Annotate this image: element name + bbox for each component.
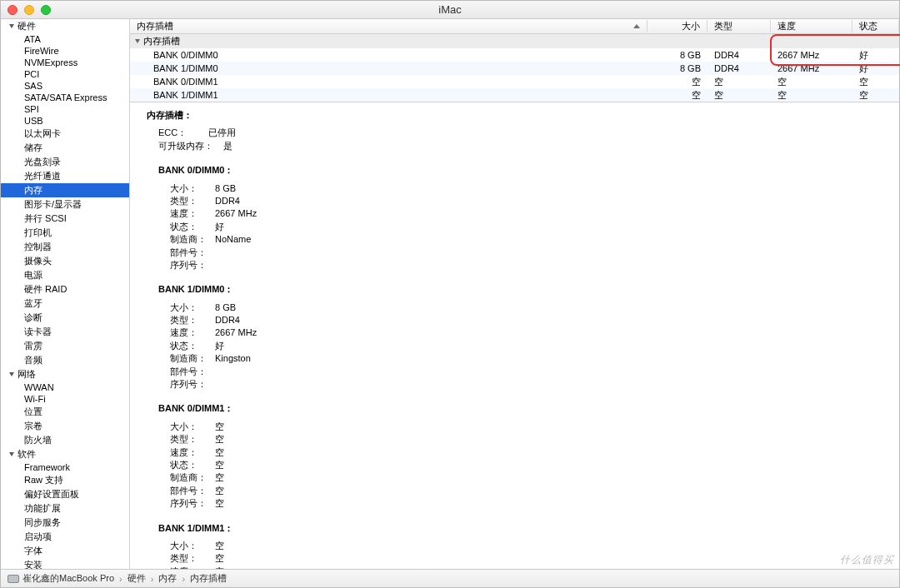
bank-kv-label: 大小： — [170, 301, 215, 314]
sidebar-item[interactable]: 位置 — [1, 405, 129, 419]
sidebar-item[interactable]: 音频 — [1, 353, 129, 367]
table-row[interactable]: BANK 0/DIMM08 GBDDR42667 MHz好 — [130, 48, 899, 62]
sidebar-group-label: 软件 — [18, 448, 36, 461]
sidebar-item[interactable]: Raw 支持 — [1, 473, 129, 487]
bank-kv-label: 类型： — [170, 195, 215, 207]
disclosure-triangle-icon — [9, 452, 14, 456]
sidebar-group-header[interactable]: 软件 — [1, 447, 129, 461]
upgrade-row: 可升级内存： 是 — [158, 140, 882, 152]
bank-block: BANK 0/DIMM0：大小：8 GB类型：DDR4速度：2667 MHz状态… — [158, 164, 882, 272]
sidebar-item[interactable]: WWAN — [1, 381, 129, 393]
sidebar-item[interactable]: SAS — [1, 80, 129, 92]
col-status[interactable]: 状态 — [852, 20, 899, 32]
sidebar-item[interactable]: 打印机 — [1, 226, 129, 240]
sidebar-item[interactable]: 光纤通道 — [1, 169, 129, 183]
bank-kv-value: 8 GB — [215, 182, 236, 195]
detail-title: 内存插槽： — [147, 109, 882, 122]
bank-kv-label: 速度： — [170, 326, 215, 339]
sidebar-item[interactable]: 功能扩展 — [1, 501, 129, 516]
sidebar-item[interactable]: 硬件 RAID — [1, 282, 129, 296]
cell-size: 空 — [648, 89, 708, 102]
disclosure-triangle-icon — [9, 372, 14, 376]
table-row[interactable]: BANK 0/DIMM1空空空空 — [130, 75, 899, 88]
bank-kv-row: 大小：空 — [170, 421, 882, 433]
bank-kv-value: 好 — [215, 221, 224, 233]
sidebar-item[interactable]: 雷雳 — [1, 339, 129, 353]
sidebar-item[interactable]: 控制器 — [1, 240, 129, 254]
sidebar-item[interactable]: 内存 — [1, 183, 129, 197]
bank-block: BANK 1/DIMM0：大小：8 GB类型：DDR4速度：2667 MHz状态… — [158, 283, 882, 391]
breadcrumb-item[interactable]: 内存插槽 — [190, 572, 227, 585]
bank-kv-row: 制造商：空 — [170, 471, 882, 484]
col-size[interactable]: 大小 — [648, 20, 708, 32]
bank-kv-row: 序列号： — [170, 259, 882, 272]
sidebar-item[interactable]: 光盘刻录 — [1, 155, 129, 169]
table-row[interactable]: BANK 1/DIMM08 GBDDR42667 MHz好 — [130, 62, 899, 75]
col-name[interactable]: 内存插槽 — [130, 20, 648, 32]
sidebar-item[interactable]: 以太网卡 — [1, 127, 129, 141]
bank-kv-row: 类型：DDR4 — [170, 195, 882, 207]
bank-kv-row: 大小：8 GB — [170, 182, 882, 195]
table-row[interactable]: BANK 1/DIMM1空空空空 — [130, 88, 899, 102]
sidebar-item[interactable]: ATA — [1, 33, 129, 45]
sidebar-item[interactable]: PCI — [1, 68, 129, 80]
zoom-icon[interactable] — [41, 5, 51, 15]
table-group-row[interactable]: 内存插槽 — [130, 34, 899, 48]
traffic-lights — [1, 5, 51, 15]
sidebar-item[interactable]: NVMExpress — [1, 57, 129, 68]
sidebar-item[interactable]: 诊断 — [1, 311, 129, 325]
bank-kv-label: 序列号： — [170, 378, 215, 391]
sidebar[interactable]: 硬件ATAFireWireNVMExpressPCISASSATA/SATA E… — [1, 19, 130, 569]
detail-pane[interactable]: 内存插槽： ECC： 已停用 可升级内存： 是 BANK 0/DIMM0：大小：… — [130, 102, 899, 569]
sidebar-item[interactable]: SATA/SATA Express — [1, 92, 129, 103]
bank-kv-value: 空 — [215, 433, 224, 446]
window-title: iMac — [438, 3, 461, 16]
minimize-icon[interactable] — [24, 5, 34, 15]
bank-kv-label: 部件号： — [170, 485, 215, 497]
sidebar-item[interactable]: 防火墙 — [1, 433, 129, 447]
table-header-row: 内存插槽 大小 类型 速度 状态 — [130, 19, 899, 34]
bank-kv-label: 速度： — [170, 446, 215, 459]
col-type[interactable]: 类型 — [708, 20, 771, 32]
breadcrumb-item[interactable]: 崔化鑫的MacBook Pro — [22, 572, 114, 585]
sidebar-item[interactable]: 启动项 — [1, 530, 129, 544]
bank-kv-label: 状态： — [170, 340, 215, 352]
cell-type: DDR4 — [708, 50, 771, 60]
sidebar-item[interactable]: 图形卡/显示器 — [1, 197, 129, 212]
sidebar-item[interactable]: 宗卷 — [1, 419, 129, 433]
upgrade-value: 是 — [223, 140, 232, 152]
bank-kv-label: 类型： — [170, 433, 215, 446]
bank-kv-row: 大小：空 — [170, 540, 882, 552]
cell-size: 8 GB — [648, 63, 708, 73]
sidebar-item[interactable]: 读卡器 — [1, 325, 129, 339]
bank-kv-row: 序列号：空 — [170, 497, 882, 510]
sidebar-item[interactable]: USB — [1, 115, 129, 127]
sidebar-group-header[interactable]: 硬件 — [1, 19, 129, 33]
sidebar-group-label: 硬件 — [18, 20, 36, 32]
sidebar-item[interactable]: 蓝牙 — [1, 296, 129, 311]
bank-kv-label: 大小： — [170, 540, 215, 552]
sidebar-item[interactable]: Framework — [1, 461, 129, 473]
bank-block: BANK 1/DIMM1：大小：空类型：空速度：空状态：空制造商：空部件号：空序… — [158, 522, 882, 569]
close-icon[interactable] — [8, 5, 18, 15]
sidebar-item[interactable]: 储存 — [1, 141, 129, 155]
ecc-label: ECC： — [158, 127, 208, 139]
cell-name: BANK 0/DIMM1 — [130, 77, 648, 87]
sidebar-item[interactable]: 安装 — [1, 558, 129, 569]
col-speed[interactable]: 速度 — [771, 20, 852, 32]
bank-kv-value: DDR4 — [215, 314, 240, 326]
sidebar-item[interactable]: 同步服务 — [1, 516, 129, 530]
sidebar-item[interactable]: 字体 — [1, 544, 129, 558]
sidebar-item[interactable]: 电源 — [1, 268, 129, 282]
breadcrumb-item[interactable]: 内存 — [158, 572, 177, 585]
breadcrumb-item[interactable]: 硬件 — [128, 572, 146, 585]
sidebar-item[interactable]: 并行 SCSI — [1, 212, 129, 226]
sidebar-item[interactable]: 摄像头 — [1, 254, 129, 268]
sidebar-item[interactable]: Wi-Fi — [1, 393, 129, 405]
bank-kv-value: 2667 MHz — [215, 207, 257, 220]
sidebar-group-header[interactable]: 网络 — [1, 367, 129, 381]
sidebar-item[interactable]: 偏好设置面板 — [1, 487, 129, 501]
sidebar-item[interactable]: FireWire — [1, 45, 129, 57]
watermark: 什么值得买 — [840, 553, 894, 567]
sidebar-item[interactable]: SPI — [1, 103, 129, 115]
